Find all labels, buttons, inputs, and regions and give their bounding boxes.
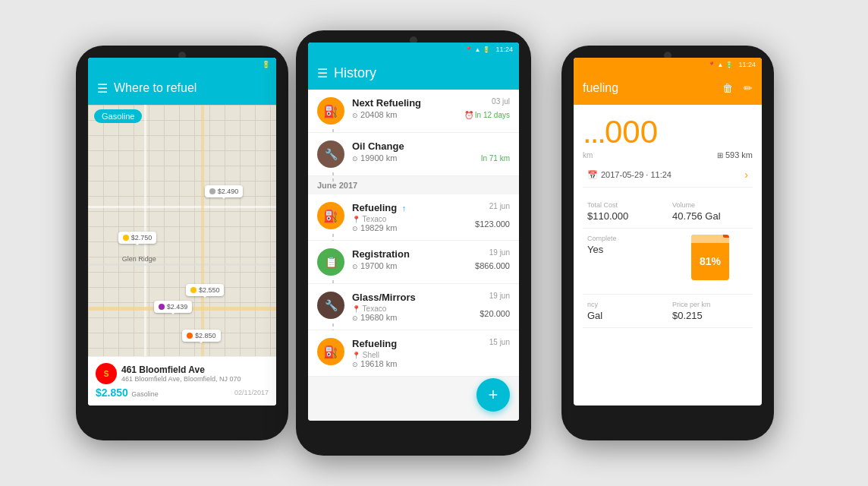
refueling-2-km: ⊙ 19618 km (352, 359, 397, 368)
status-bar-left: 🔋 (88, 58, 276, 71)
fuel-dot-3 (190, 287, 197, 293)
price-bubble-3[interactable]: $2.550 (186, 284, 225, 296)
next-refueling-km: ⊙ 20408 km (352, 110, 397, 119)
map-title: Where to refuel (114, 81, 197, 95)
glass-mirrors-cost: $20.000 (480, 309, 510, 318)
odometer-row: ... 000 (583, 114, 753, 150)
shell-logo: S (96, 363, 117, 384)
screen-right: 📍 ▲ 🔋 11:24 fueling 🗑 ✏ ... 000 (574, 58, 762, 406)
range-label: km (583, 151, 593, 159)
time-right: 11:24 (738, 61, 756, 68)
map-label-glen-ridge: Glen Ridge (122, 255, 156, 263)
gasoline-filter-badge[interactable]: Gasoline (94, 109, 142, 123)
map-background (88, 105, 276, 393)
history-list[interactable]: ⛽ Next Refueling 03 jul ⊙ 20408 km ⏰ In … (308, 90, 519, 421)
refueling-1-content: Refueling ↑ 21 jun 📍 Texaco (352, 202, 510, 232)
price-value-4: $2.439 (167, 303, 188, 311)
fuel-icon-next: ⛽ (317, 97, 344, 125)
history-item-next-refueling[interactable]: ⛽ Next Refueling 03 jul ⊙ 20408 km ⏰ In … (308, 90, 519, 133)
registration-date: 19 jun (489, 248, 510, 257)
edit-icon[interactable]: ✏ (744, 82, 753, 94)
calendar-icon: 📅 (587, 170, 598, 180)
price-bubble-1[interactable]: $2.490 (205, 185, 244, 197)
screen-center: 📍 ▲ 🔋 11:24 ☰ History ⛽ Next Refue (308, 43, 519, 421)
registration-icon: 📋 (317, 248, 344, 276)
phone-left: 🔋 ☰ Where to refuel Glen Ridge Ga (76, 46, 288, 440)
odometer-dots: ... (583, 114, 605, 150)
map-road-5 (201, 105, 204, 393)
glass-mirrors-content: Glass/Mirrors 19 jun 📍 Texaco ⊙ 19680 km (352, 292, 510, 322)
price-per-km-value: $0.215 (672, 310, 748, 321)
status-bar-right: 📍 ▲ 🔋 11:24 (574, 58, 762, 71)
map-body[interactable]: Glen Ridge Gasoline $2.490 $2.750 $2.550 (88, 105, 276, 393)
station-price-row: $2.850 Gasoline 02/11/2017 (96, 386, 269, 399)
next-refueling-header: Next Refueling 03 jul (352, 97, 510, 109)
detail-date-row[interactable]: 📅 2017-05-29 · 11:24 › (583, 163, 753, 188)
detail-body: ... 000 km ⊞ 593 km 📅 2017-05-29 · 11:24 (574, 105, 762, 337)
fab-add-button[interactable]: + (476, 378, 510, 412)
bottom-station-panel: S 461 Bloomfield Ave 461 Bloomfield Ave,… (88, 356, 276, 406)
price-per-km-cell: Price per km $0.215 (668, 295, 753, 328)
time-center: 11:24 (495, 46, 513, 53)
detail-date-left: 📅 2017-05-29 · 11:24 (587, 170, 671, 180)
station-info: 461 Bloomfield Ave 461 Bloomfield Ave, B… (121, 364, 269, 383)
price-value-3: $2.550 (199, 286, 220, 294)
oil-change-status: In 71 km (481, 154, 510, 163)
screen-left: 🔋 ☰ Where to refuel Glen Ridge Ga (88, 58, 276, 406)
efficiency-cell: ncy Gal (583, 295, 668, 328)
oil-change-content: Oil Change ⊙ 19900 km In 71 km (352, 140, 510, 163)
delete-icon[interactable]: 🗑 (722, 82, 733, 94)
refueling-1-name: Refueling ↑ (352, 202, 406, 213)
status-icons-center: 📍 ▲ 🔋 11:24 (465, 46, 513, 53)
refueling-1-km: ⊙ 19829 km (352, 223, 397, 232)
efficiency-grid: ncy Gal Price per km $0.215 (583, 294, 753, 328)
next-refueling-sub: ⊙ 20408 km ⏰ In 12 days (352, 110, 510, 119)
complete-cell: Complete Yes (583, 229, 668, 286)
hamburger-icon-left[interactable]: ☰ (97, 81, 108, 96)
volume-cell: Volume 40.756 Gal (668, 195, 753, 229)
history-item-refueling-2[interactable]: ⛽ Refueling 15 jun 📍 Shell (308, 330, 519, 377)
status-icons-right: 📍 ▲ 🔋 11:24 (708, 61, 756, 68)
glass-mirrors-station: 📍 Texaco (352, 305, 397, 313)
registration-sub: ⊙ 19700 km $866.000 (352, 261, 510, 270)
complete-value: Yes (587, 244, 663, 255)
history-item-refueling-1[interactable]: ⛽ Refueling ↑ 21 jun 📍 (308, 194, 519, 241)
map-header: ☰ Where to refuel (88, 71, 276, 105)
tank-percent: 81% (700, 255, 721, 267)
range-row: km ⊞ 593 km (583, 150, 753, 159)
battery-icon-left: 🔋 (262, 61, 270, 68)
detail-actions: 🗑 ✏ (722, 82, 753, 94)
map-road-1 (144, 105, 146, 393)
cost-label: Total Cost (587, 201, 663, 209)
glass-mirrors-km: ⊙ 19680 km (352, 313, 397, 322)
cost-value: $110.000 (587, 210, 663, 222)
price-bubble-5[interactable]: $2.850 (182, 330, 221, 342)
price-bubble-2[interactable]: $2.750 (118, 232, 157, 244)
glass-mirrors-name: Glass/Mirrors (352, 292, 416, 303)
price-bubble-4[interactable]: $2.439 (154, 301, 193, 313)
history-item-registration[interactable]: 📋 Registration 19 jun ⊙ 19700 km $866.00… (308, 241, 519, 284)
fuel-dot-1 (209, 188, 215, 194)
tank-visual: 81% (668, 229, 753, 286)
complete-tank-row: Complete Yes 81% (583, 229, 753, 286)
tank-nozzle (723, 235, 729, 238)
hamburger-icon-center[interactable]: ☰ (317, 66, 328, 80)
registration-km: ⊙ 19700 km (352, 261, 397, 270)
history-header: ☰ History (308, 56, 519, 90)
registration-cost: $866.000 (475, 261, 510, 270)
refueling-2-station: 📍 Shell (352, 351, 397, 359)
signal-icon-center: ▲ (475, 46, 481, 53)
refueling-2-header: Refueling 15 jun (352, 338, 510, 349)
oil-change-header: Oil Change (352, 140, 510, 152)
next-refueling-date: 03 jul (492, 97, 510, 106)
glass-mirrors-date: 19 jun (489, 292, 510, 300)
detail-date-value: 2017-05-29 · 11:24 (601, 170, 671, 179)
oil-icon: 🔧 (317, 140, 344, 168)
history-item-oil-change[interactable]: 🔧 Oil Change ⊙ 19900 km In 71 km (308, 133, 519, 176)
battery-icon-right: 🔋 (725, 62, 733, 68)
phones-container: 🔋 ☰ Where to refuel Glen Ridge Ga (0, 0, 868, 486)
fuel-icon-1: ⛽ (317, 202, 344, 229)
glass-mirrors-sub: 📍 Texaco ⊙ 19680 km $20.000 (352, 305, 510, 322)
station-name: 461 Bloomfield Ave (121, 364, 269, 375)
history-item-glass-mirrors[interactable]: 🔧 Glass/Mirrors 19 jun 📍 Texaco (308, 284, 519, 330)
